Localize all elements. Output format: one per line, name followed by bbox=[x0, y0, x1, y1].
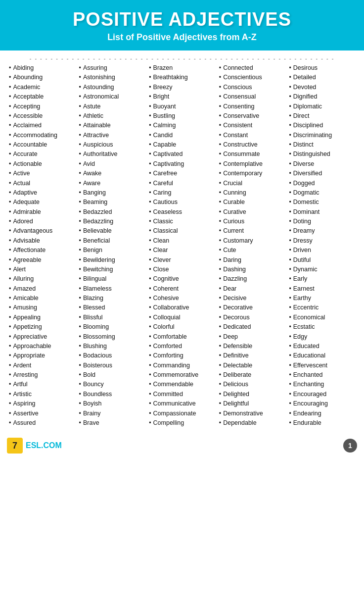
list-item: •Dignified bbox=[289, 92, 355, 101]
word-label: Defensible bbox=[223, 342, 252, 351]
bullet-icon: • bbox=[9, 303, 11, 312]
word-label: Cohesive bbox=[153, 294, 179, 303]
word-label: Effervescent bbox=[293, 361, 327, 370]
word-label: Collaborative bbox=[153, 303, 189, 312]
bullet-icon: • bbox=[289, 226, 291, 236]
list-item: •Dashing bbox=[219, 265, 285, 274]
header-subtitle: List of Positive Adjectives from A-Z bbox=[10, 32, 354, 43]
list-item: •Eccentric bbox=[289, 303, 355, 312]
list-item: •Constructive bbox=[219, 140, 285, 150]
column-3: •Connected•Conscientious•Conscious•Conse… bbox=[217, 63, 287, 428]
list-item: •Brainy bbox=[79, 409, 145, 418]
bullet-icon: • bbox=[289, 198, 291, 207]
word-label: Actionable bbox=[13, 159, 42, 169]
list-item: •Actual bbox=[9, 179, 75, 188]
list-item: •Aspiring bbox=[9, 399, 75, 408]
word-label: Eccentric bbox=[293, 303, 318, 312]
word-label: Blooming bbox=[83, 322, 109, 332]
list-item: •Boundless bbox=[79, 390, 145, 399]
bullet-icon: • bbox=[79, 380, 81, 389]
word-label: Appetizing bbox=[13, 322, 42, 332]
bullet-icon: • bbox=[9, 169, 11, 178]
bullet-icon: • bbox=[149, 418, 151, 428]
bullet-icon: • bbox=[289, 179, 291, 188]
word-label: Bustling bbox=[153, 111, 175, 121]
bullet-icon: • bbox=[219, 313, 221, 322]
bullet-icon: • bbox=[289, 121, 291, 130]
word-label: Actual bbox=[13, 179, 30, 188]
list-item: •Candid bbox=[149, 131, 215, 140]
list-item: •Earnest bbox=[289, 284, 355, 294]
content: - - - - - - - - - - - - - - - - - - - - … bbox=[0, 51, 364, 433]
list-item: •Alluring bbox=[9, 274, 75, 284]
list-item: •Curable bbox=[219, 198, 285, 207]
word-label: Amazed bbox=[13, 284, 36, 294]
footer-logo: 7 ESL.COM bbox=[7, 438, 62, 454]
word-label: Dreamy bbox=[293, 226, 315, 236]
list-item: •Banging bbox=[79, 188, 145, 198]
word-label: Alert bbox=[13, 265, 26, 274]
list-item: •Conscious bbox=[219, 83, 285, 92]
bullet-icon: • bbox=[9, 121, 11, 130]
list-item: •Benign bbox=[79, 246, 145, 255]
bullet-icon: • bbox=[219, 121, 221, 130]
list-item: •Delectable bbox=[219, 361, 285, 370]
word-label: Conscientious bbox=[223, 73, 262, 82]
bullet-icon: • bbox=[79, 188, 81, 198]
bullet-icon: • bbox=[149, 409, 151, 418]
bullet-icon: • bbox=[79, 370, 81, 380]
word-label: Brazen bbox=[153, 63, 173, 73]
bullet-icon: • bbox=[9, 342, 11, 351]
list-item: •Consensual bbox=[219, 92, 285, 101]
list-item: •Accountable bbox=[9, 140, 75, 150]
list-item: •Beneficial bbox=[79, 236, 145, 246]
bullet-icon: • bbox=[79, 217, 81, 226]
bullet-icon: • bbox=[79, 284, 81, 294]
bullet-icon: • bbox=[219, 102, 221, 111]
list-item: •Domestic bbox=[289, 198, 355, 207]
word-label: Dogged bbox=[293, 179, 315, 188]
list-item: •Collaborative bbox=[149, 303, 215, 312]
list-item: •Dependable bbox=[219, 418, 285, 428]
word-label: Delightful bbox=[223, 399, 249, 408]
list-item: •Careful bbox=[149, 179, 215, 188]
word-label: Bewitching bbox=[83, 265, 113, 274]
list-item: •Amazed bbox=[9, 284, 75, 294]
word-label: Bright bbox=[153, 92, 170, 101]
word-label: Aspiring bbox=[13, 399, 35, 408]
list-item: •Compassionate bbox=[149, 409, 215, 418]
bullet-icon: • bbox=[79, 322, 81, 332]
bullet-icon: • bbox=[149, 265, 151, 274]
list-item: •Avid bbox=[79, 159, 145, 169]
word-label: Economical bbox=[293, 313, 325, 322]
logo-text: ESL.COM bbox=[26, 441, 62, 450]
word-label: Avid bbox=[83, 159, 95, 169]
list-item: •Deliberate bbox=[219, 370, 285, 380]
list-item: •Bustling bbox=[149, 111, 215, 121]
bullet-icon: • bbox=[9, 351, 11, 360]
bullet-icon: • bbox=[149, 198, 151, 207]
word-label: Benign bbox=[83, 246, 102, 255]
word-label: Artistic bbox=[13, 390, 32, 399]
bullet-icon: • bbox=[219, 159, 221, 169]
word-label: Bouncy bbox=[83, 380, 104, 389]
word-label: Accurate bbox=[13, 150, 37, 159]
bullet-icon: • bbox=[289, 63, 291, 73]
list-item: •Actionable bbox=[9, 159, 75, 169]
bullet-icon: • bbox=[219, 351, 221, 360]
list-item: •Advisable bbox=[9, 236, 75, 246]
word-label: Colorful bbox=[153, 322, 175, 332]
word-label: Caring bbox=[153, 188, 172, 198]
list-item: •Contemplative bbox=[219, 159, 285, 169]
bullet-icon: • bbox=[9, 380, 11, 389]
word-label: Captivated bbox=[153, 150, 183, 159]
list-item: •Accessible bbox=[9, 111, 75, 121]
bullet-icon: • bbox=[79, 159, 81, 169]
word-label: Boyish bbox=[83, 399, 102, 408]
word-label: Accountable bbox=[13, 140, 47, 150]
word-label: Curious bbox=[223, 217, 244, 226]
word-label: Boisterous bbox=[83, 361, 112, 370]
word-label: Auspicious bbox=[83, 140, 113, 150]
column-1: •Assuring•Astonishing•Astounding•Astrono… bbox=[77, 63, 147, 428]
list-item: •Dogged bbox=[289, 179, 355, 188]
